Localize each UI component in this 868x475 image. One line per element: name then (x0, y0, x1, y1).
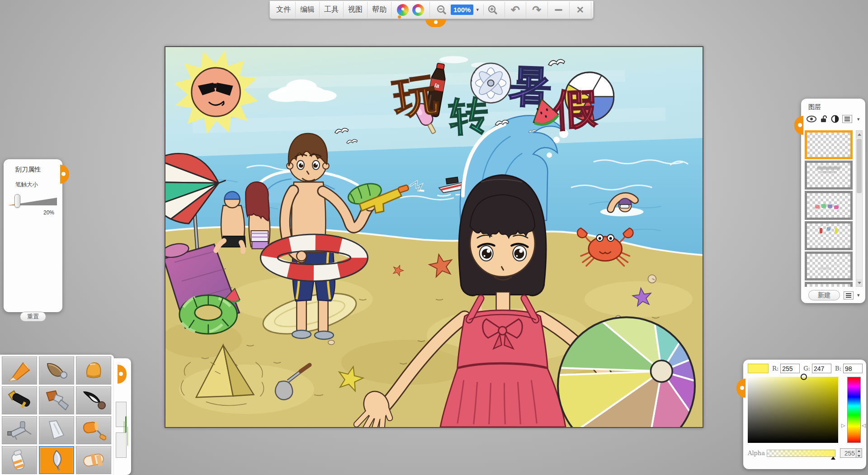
zoom-dropdown-caret[interactable]: ▾ (474, 7, 481, 13)
layer-opacity-button[interactable] (831, 115, 839, 123)
layer-visibility-button[interactable] (807, 115, 816, 123)
plant-stamp-button[interactable] (116, 402, 127, 427)
redo-button[interactable]: ↷ (526, 2, 548, 18)
alpha-spinner (856, 449, 862, 457)
scraper-properties-panel: 刮刀属性 笔触大小 20% 重置 (4, 159, 62, 312)
green-input[interactable] (812, 364, 831, 373)
sitting-girl (245, 182, 270, 249)
slider-thumb[interactable] (14, 194, 20, 208)
tool-scraper-selected[interactable] (39, 446, 74, 474)
toolbar-collapse-handle[interactable] (425, 19, 446, 27)
tool-paint-tube[interactable] (2, 446, 37, 474)
tool-wood-pencil[interactable] (39, 356, 74, 385)
menu-help[interactable]: 帮助 (368, 2, 392, 18)
eraser-icon (81, 450, 106, 470)
app-window: 文件 编辑 工具 视图 帮助 100% ▾ (0, 0, 868, 475)
tool-fountain-pen[interactable] (2, 386, 37, 414)
brush-size-label: 笔触大小 (15, 181, 62, 189)
eye-icon (807, 115, 816, 123)
brush-size-slider[interactable] (7, 193, 59, 209)
fountain-pen-icon (7, 390, 32, 411)
layer-lock-button[interactable] (820, 115, 828, 123)
alpha-marker[interactable] (831, 456, 835, 460)
layers-scrollbar[interactable] (856, 130, 863, 287)
close-button[interactable]: ✕ (570, 2, 591, 18)
alpha-spin-down[interactable] (856, 453, 862, 458)
ink-brush-icon (81, 390, 106, 411)
tool-airbrush[interactable] (2, 416, 37, 444)
layer-thumbnail[interactable] (805, 191, 853, 220)
minimize-button[interactable] (548, 2, 570, 18)
zoom-group: 100% ▾ (430, 2, 505, 18)
layer-thumbnail-selected[interactable] (805, 130, 853, 159)
color-panel-collapse-handle[interactable] (736, 379, 745, 398)
tool-pencil[interactable] (2, 356, 37, 385)
hue-marker-right[interactable]: ◁ (862, 423, 865, 428)
layer-thumbnail[interactable] (805, 252, 853, 280)
layer-menu-button[interactable] (844, 291, 854, 299)
lock-open-icon (820, 115, 828, 123)
layer-thumbnail[interactable] (805, 221, 853, 250)
red-input[interactable] (780, 364, 800, 373)
svg-text:玩: 玩 (389, 69, 440, 123)
sv-cursor[interactable] (801, 374, 807, 380)
hue-bar[interactable] (847, 377, 861, 443)
alpha-bar[interactable] (767, 450, 835, 457)
layer-menu-caret[interactable]: ▾ (855, 292, 862, 298)
tool-palette (0, 355, 114, 475)
palette-side-tab (114, 358, 131, 475)
zoom-level-badge[interactable]: 100% (451, 5, 473, 15)
close-icon: ✕ (576, 5, 585, 15)
saturation-value-area[interactable] (748, 377, 838, 443)
toolbar-handle-dot (398, 15, 401, 19)
color-picker-panel: R: G: B: ▷ ◁ Alpha (743, 360, 866, 469)
panel-title: 刮刀属性 (15, 166, 62, 174)
reset-button[interactable]: 重置 (20, 312, 46, 322)
paint-brush-icon (44, 390, 69, 411)
layers-collapse-handle[interactable] (794, 116, 803, 135)
magnifier-plus-icon (487, 5, 498, 15)
tool-paint-brush[interactable] (39, 386, 74, 414)
alpha-spin-up[interactable] (856, 449, 862, 453)
scroll-down-button[interactable] (856, 279, 862, 286)
blend-dropdown-caret[interactable]: ▾ (855, 116, 862, 122)
tool-ink-brush[interactable] (76, 386, 111, 414)
menu-edit[interactable]: 编辑 (296, 2, 320, 18)
tool-crayon[interactable] (76, 356, 111, 385)
green-swim-ring (179, 295, 237, 334)
zoom-out-button[interactable] (436, 5, 447, 15)
menu-tools[interactable]: 工具 (320, 2, 344, 18)
layer-thumbnail[interactable] (805, 282, 853, 287)
scraper-panel-collapse-handle[interactable] (60, 165, 69, 184)
svg-text:假: 假 (552, 83, 599, 134)
undo-button[interactable]: ↶ (505, 2, 526, 18)
menu-view[interactable]: 视图 (344, 2, 368, 18)
airbrush-icon (7, 420, 32, 441)
menu-file[interactable]: 文件 (272, 2, 296, 18)
alpha-input[interactable] (840, 449, 856, 457)
scroll-up-button[interactable] (856, 131, 862, 138)
toolbar-icon-group (392, 2, 430, 18)
blue-input[interactable] (843, 364, 863, 373)
g-label: G: (803, 365, 810, 372)
paint-tube-icon (7, 450, 32, 470)
scrollbar-thumb[interactable] (857, 139, 862, 193)
tool-grid (2, 356, 112, 474)
tool-paint-roller[interactable] (76, 416, 111, 444)
zoom-in-button[interactable] (483, 5, 498, 15)
tool-palette-knife[interactable] (39, 416, 74, 444)
palette-collapse-handle[interactable] (118, 365, 127, 384)
color-wheel-icon[interactable] (412, 4, 424, 16)
brush-library-icon[interactable] (397, 4, 409, 16)
hue-marker-left[interactable]: ▷ (841, 423, 845, 428)
r-label: R: (772, 365, 778, 372)
layer-blend-button[interactable] (842, 115, 852, 123)
pencil-icon (7, 360, 32, 381)
layers-title: 图层 (808, 103, 865, 111)
title-pinwheel (471, 63, 511, 103)
canvas[interactable]: la 玩 转 (165, 46, 703, 428)
new-layer-button[interactable]: 新建 (808, 290, 840, 300)
texture-stamp-button[interactable] (116, 432, 127, 458)
layer-thumbnail[interactable] (805, 161, 853, 190)
tool-eraser[interactable] (76, 446, 111, 474)
